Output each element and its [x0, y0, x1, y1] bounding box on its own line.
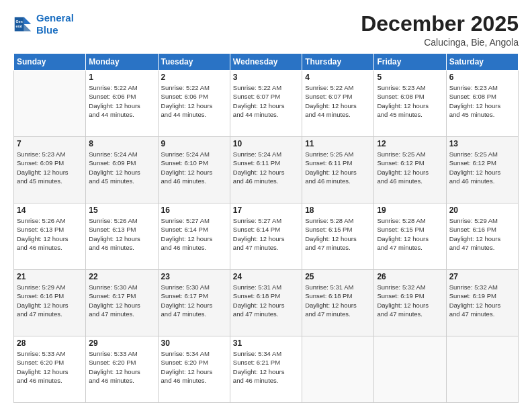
table-row: 26Sunrise: 5:32 AM Sunset: 6:19 PM Dayli…	[374, 270, 446, 336]
col-header-tuesday: Tuesday	[158, 54, 230, 71]
day-info: Sunrise: 5:26 AM Sunset: 6:13 PM Dayligh…	[89, 216, 154, 252]
day-number: 5	[377, 73, 443, 82]
table-row: 3Sunrise: 5:22 AM Sunset: 6:07 PM Daylig…	[230, 71, 302, 137]
day-info: Sunrise: 5:28 AM Sunset: 6:15 PM Dayligh…	[377, 216, 443, 252]
table-row	[374, 336, 446, 403]
table-row: 28Sunrise: 5:33 AM Sunset: 6:20 PM Dayli…	[14, 336, 86, 403]
table-row: 6Sunrise: 5:23 AM Sunset: 6:08 PM Daylig…	[446, 71, 518, 137]
day-info: Sunrise: 5:24 AM Sunset: 6:10 PM Dayligh…	[161, 150, 227, 185]
day-info: Sunrise: 5:22 AM Sunset: 6:06 PM Dayligh…	[89, 83, 154, 119]
header-right: December 2025 Calucinga, Bie, Angola	[361, 12, 519, 48]
day-info: Sunrise: 5:23 AM Sunset: 6:08 PM Dayligh…	[377, 83, 443, 119]
table-row: 1Sunrise: 5:22 AM Sunset: 6:06 PM Daylig…	[86, 71, 158, 137]
table-row: 24Sunrise: 5:31 AM Sunset: 6:18 PM Dayli…	[230, 270, 302, 336]
day-number: 31	[233, 338, 299, 348]
day-info: Sunrise: 5:29 AM Sunset: 6:16 PM Dayligh…	[17, 283, 83, 318]
col-header-saturday: Saturday	[446, 54, 518, 71]
day-info: Sunrise: 5:26 AM Sunset: 6:13 PM Dayligh…	[17, 216, 83, 252]
day-number: 2	[161, 73, 227, 82]
table-row: 19Sunrise: 5:28 AM Sunset: 6:15 PM Dayli…	[374, 203, 446, 270]
table-row: 27Sunrise: 5:32 AM Sunset: 6:19 PM Dayli…	[446, 270, 518, 336]
day-info: Sunrise: 5:34 AM Sunset: 6:20 PM Dayligh…	[161, 349, 227, 385]
day-info: Sunrise: 5:27 AM Sunset: 6:14 PM Dayligh…	[233, 216, 299, 252]
day-info: Sunrise: 5:24 AM Sunset: 6:09 PM Dayligh…	[89, 150, 154, 185]
day-number: 21	[17, 272, 83, 281]
top-section: Gen eral General Blue December 2025 Calu…	[13, 12, 519, 48]
page: Gen eral General Blue December 2025 Calu…	[0, 0, 532, 411]
day-number: 11	[305, 139, 371, 148]
day-info: Sunrise: 5:25 AM Sunset: 6:12 PM Dayligh…	[449, 150, 515, 185]
table-row: 11Sunrise: 5:25 AM Sunset: 6:11 PM Dayli…	[302, 137, 374, 203]
day-info: Sunrise: 5:30 AM Sunset: 6:17 PM Dayligh…	[161, 283, 227, 318]
day-number: 22	[89, 272, 154, 281]
day-info: Sunrise: 5:22 AM Sunset: 6:07 PM Dayligh…	[233, 83, 299, 119]
table-row: 14Sunrise: 5:26 AM Sunset: 6:13 PM Dayli…	[14, 203, 86, 270]
table-row: 8Sunrise: 5:24 AM Sunset: 6:09 PM Daylig…	[86, 137, 158, 203]
day-info: Sunrise: 5:22 AM Sunset: 6:07 PM Dayligh…	[305, 83, 371, 119]
col-header-sunday: Sunday	[14, 54, 86, 71]
table-row: 31Sunrise: 5:34 AM Sunset: 6:21 PM Dayli…	[230, 336, 302, 403]
month-title: December 2025	[361, 12, 519, 36]
table-row: 22Sunrise: 5:30 AM Sunset: 6:17 PM Dayli…	[86, 270, 158, 336]
svg-marker-0	[24, 17, 32, 25]
table-row: 10Sunrise: 5:24 AM Sunset: 6:11 PM Dayli…	[230, 137, 302, 203]
day-number: 9	[161, 139, 227, 148]
day-number: 19	[377, 205, 443, 215]
table-row: 17Sunrise: 5:27 AM Sunset: 6:14 PM Dayli…	[230, 203, 302, 270]
day-number: 15	[89, 205, 154, 215]
table-row	[302, 336, 374, 403]
day-number: 27	[449, 272, 515, 281]
table-row: 4Sunrise: 5:22 AM Sunset: 6:07 PM Daylig…	[302, 71, 374, 137]
col-header-wednesday: Wednesday	[230, 54, 302, 71]
day-number: 14	[17, 205, 83, 215]
svg-marker-1	[24, 24, 32, 32]
day-number: 4	[305, 73, 371, 82]
location: Calucinga, Bie, Angola	[361, 37, 519, 48]
day-info: Sunrise: 5:22 AM Sunset: 6:06 PM Dayligh…	[161, 83, 227, 119]
table-row: 29Sunrise: 5:33 AM Sunset: 6:20 PM Dayli…	[86, 336, 158, 403]
col-header-monday: Monday	[86, 54, 158, 71]
table-row	[446, 336, 518, 403]
day-number: 30	[161, 338, 227, 348]
day-info: Sunrise: 5:33 AM Sunset: 6:20 PM Dayligh…	[89, 349, 154, 385]
day-info: Sunrise: 5:25 AM Sunset: 6:12 PM Dayligh…	[377, 150, 443, 185]
table-row: 7Sunrise: 5:23 AM Sunset: 6:09 PM Daylig…	[14, 137, 86, 203]
day-number: 28	[17, 338, 83, 348]
day-info: Sunrise: 5:31 AM Sunset: 6:18 PM Dayligh…	[305, 283, 371, 318]
table-row: 9Sunrise: 5:24 AM Sunset: 6:10 PM Daylig…	[158, 137, 230, 203]
table-row: 30Sunrise: 5:34 AM Sunset: 6:20 PM Dayli…	[158, 336, 230, 403]
day-info: Sunrise: 5:27 AM Sunset: 6:14 PM Dayligh…	[161, 216, 227, 252]
day-info: Sunrise: 5:34 AM Sunset: 6:21 PM Dayligh…	[233, 349, 299, 385]
day-info: Sunrise: 5:32 AM Sunset: 6:19 PM Dayligh…	[449, 283, 515, 318]
day-number: 18	[305, 205, 371, 215]
table-row: 16Sunrise: 5:27 AM Sunset: 6:14 PM Dayli…	[158, 203, 230, 270]
logo: Gen eral General Blue	[13, 12, 74, 36]
day-number: 26	[377, 272, 443, 281]
day-number: 23	[161, 272, 227, 281]
day-info: Sunrise: 5:24 AM Sunset: 6:11 PM Dayligh…	[233, 150, 299, 185]
svg-text:eral: eral	[16, 24, 23, 28]
table-row: 21Sunrise: 5:29 AM Sunset: 6:16 PM Dayli…	[14, 270, 86, 336]
calendar: SundayMondayTuesdayWednesdayThursdayFrid…	[13, 53, 519, 403]
day-info: Sunrise: 5:29 AM Sunset: 6:16 PM Dayligh…	[449, 216, 515, 252]
table-row	[14, 71, 86, 137]
table-row: 20Sunrise: 5:29 AM Sunset: 6:16 PM Dayli…	[446, 203, 518, 270]
day-number: 16	[161, 205, 227, 215]
day-number: 17	[233, 205, 299, 215]
day-info: Sunrise: 5:23 AM Sunset: 6:08 PM Dayligh…	[449, 83, 515, 119]
day-number: 6	[449, 73, 515, 82]
day-number: 7	[17, 139, 83, 148]
day-info: Sunrise: 5:32 AM Sunset: 6:19 PM Dayligh…	[377, 283, 443, 318]
day-number: 29	[89, 338, 154, 348]
day-number: 13	[449, 139, 515, 148]
table-row: 18Sunrise: 5:28 AM Sunset: 6:15 PM Dayli…	[302, 203, 374, 270]
table-row: 12Sunrise: 5:25 AM Sunset: 6:12 PM Dayli…	[374, 137, 446, 203]
svg-text:Gen: Gen	[16, 19, 23, 24]
day-info: Sunrise: 5:23 AM Sunset: 6:09 PM Dayligh…	[17, 150, 83, 185]
table-row: 2Sunrise: 5:22 AM Sunset: 6:06 PM Daylig…	[158, 71, 230, 137]
day-number: 8	[89, 139, 154, 148]
col-header-thursday: Thursday	[302, 54, 374, 71]
day-info: Sunrise: 5:33 AM Sunset: 6:20 PM Dayligh…	[17, 349, 83, 385]
day-number: 1	[89, 73, 154, 82]
day-number: 12	[377, 139, 443, 148]
